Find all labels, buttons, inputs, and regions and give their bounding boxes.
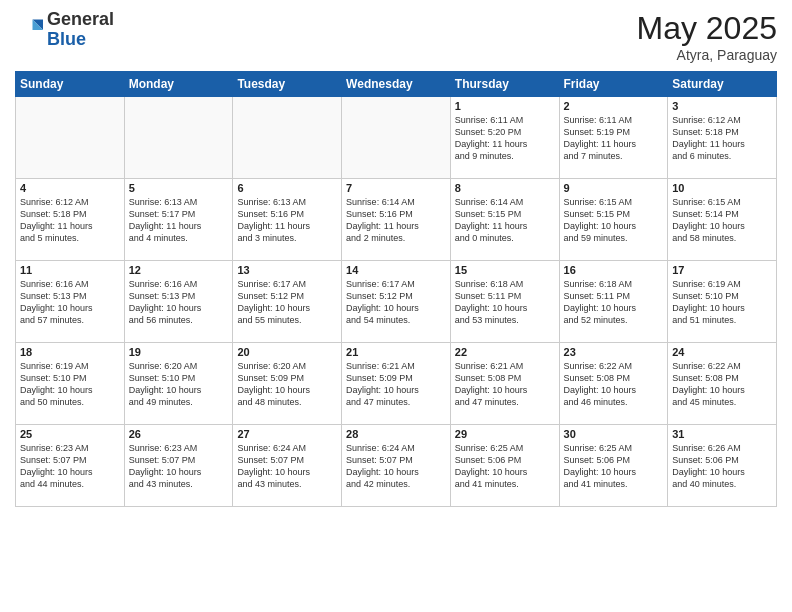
cell-info: Sunrise: 6:21 AM Sunset: 5:09 PM Dayligh…: [346, 360, 446, 409]
table-row: 26Sunrise: 6:23 AM Sunset: 5:07 PM Dayli…: [124, 425, 233, 507]
cell-info: Sunrise: 6:19 AM Sunset: 5:10 PM Dayligh…: [672, 278, 772, 327]
table-row: 20Sunrise: 6:20 AM Sunset: 5:09 PM Dayli…: [233, 343, 342, 425]
calendar-week-2: 4Sunrise: 6:12 AM Sunset: 5:18 PM Daylig…: [16, 179, 777, 261]
table-row: 17Sunrise: 6:19 AM Sunset: 5:10 PM Dayli…: [668, 261, 777, 343]
header: General Blue May 2025 Atyra, Paraguay: [15, 10, 777, 63]
cell-info: Sunrise: 6:13 AM Sunset: 5:16 PM Dayligh…: [237, 196, 337, 245]
day-number: 7: [346, 182, 446, 194]
location: Atyra, Paraguay: [636, 47, 777, 63]
month-title: May 2025: [636, 10, 777, 47]
table-row: [124, 97, 233, 179]
table-row: 2Sunrise: 6:11 AM Sunset: 5:19 PM Daylig…: [559, 97, 668, 179]
day-number: 27: [237, 428, 337, 440]
cell-info: Sunrise: 6:14 AM Sunset: 5:16 PM Dayligh…: [346, 196, 446, 245]
table-row: 16Sunrise: 6:18 AM Sunset: 5:11 PM Dayli…: [559, 261, 668, 343]
title-block: May 2025 Atyra, Paraguay: [636, 10, 777, 63]
day-number: 2: [564, 100, 664, 112]
cell-info: Sunrise: 6:22 AM Sunset: 5:08 PM Dayligh…: [672, 360, 772, 409]
cell-info: Sunrise: 6:26 AM Sunset: 5:06 PM Dayligh…: [672, 442, 772, 491]
cell-info: Sunrise: 6:20 AM Sunset: 5:09 PM Dayligh…: [237, 360, 337, 409]
day-number: 1: [455, 100, 555, 112]
cell-info: Sunrise: 6:22 AM Sunset: 5:08 PM Dayligh…: [564, 360, 664, 409]
day-number: 21: [346, 346, 446, 358]
table-row: 3Sunrise: 6:12 AM Sunset: 5:18 PM Daylig…: [668, 97, 777, 179]
day-number: 20: [237, 346, 337, 358]
col-sunday: Sunday: [16, 72, 125, 97]
cell-info: Sunrise: 6:11 AM Sunset: 5:20 PM Dayligh…: [455, 114, 555, 163]
day-number: 4: [20, 182, 120, 194]
day-number: 12: [129, 264, 229, 276]
cell-info: Sunrise: 6:23 AM Sunset: 5:07 PM Dayligh…: [129, 442, 229, 491]
cell-info: Sunrise: 6:21 AM Sunset: 5:08 PM Dayligh…: [455, 360, 555, 409]
cell-info: Sunrise: 6:12 AM Sunset: 5:18 PM Dayligh…: [20, 196, 120, 245]
cell-info: Sunrise: 6:16 AM Sunset: 5:13 PM Dayligh…: [20, 278, 120, 327]
calendar-header-row: Sunday Monday Tuesday Wednesday Thursday…: [16, 72, 777, 97]
day-number: 13: [237, 264, 337, 276]
day-number: 16: [564, 264, 664, 276]
day-number: 30: [564, 428, 664, 440]
col-monday: Monday: [124, 72, 233, 97]
table-row: 11Sunrise: 6:16 AM Sunset: 5:13 PM Dayli…: [16, 261, 125, 343]
col-saturday: Saturday: [668, 72, 777, 97]
calendar: Sunday Monday Tuesday Wednesday Thursday…: [15, 71, 777, 507]
table-row: 27Sunrise: 6:24 AM Sunset: 5:07 PM Dayli…: [233, 425, 342, 507]
cell-info: Sunrise: 6:24 AM Sunset: 5:07 PM Dayligh…: [346, 442, 446, 491]
logo-icon: [15, 16, 43, 44]
cell-info: Sunrise: 6:24 AM Sunset: 5:07 PM Dayligh…: [237, 442, 337, 491]
day-number: 25: [20, 428, 120, 440]
day-number: 23: [564, 346, 664, 358]
day-number: 31: [672, 428, 772, 440]
cell-info: Sunrise: 6:25 AM Sunset: 5:06 PM Dayligh…: [564, 442, 664, 491]
table-row: 14Sunrise: 6:17 AM Sunset: 5:12 PM Dayli…: [342, 261, 451, 343]
day-number: 22: [455, 346, 555, 358]
logo-text: General Blue: [47, 10, 114, 50]
day-number: 29: [455, 428, 555, 440]
day-number: 10: [672, 182, 772, 194]
day-number: 14: [346, 264, 446, 276]
table-row: 6Sunrise: 6:13 AM Sunset: 5:16 PM Daylig…: [233, 179, 342, 261]
col-wednesday: Wednesday: [342, 72, 451, 97]
cell-info: Sunrise: 6:13 AM Sunset: 5:17 PM Dayligh…: [129, 196, 229, 245]
day-number: 5: [129, 182, 229, 194]
logo-general: General: [47, 9, 114, 29]
table-row: 5Sunrise: 6:13 AM Sunset: 5:17 PM Daylig…: [124, 179, 233, 261]
day-number: 11: [20, 264, 120, 276]
calendar-week-5: 25Sunrise: 6:23 AM Sunset: 5:07 PM Dayli…: [16, 425, 777, 507]
logo-blue: Blue: [47, 29, 86, 49]
table-row: 31Sunrise: 6:26 AM Sunset: 5:06 PM Dayli…: [668, 425, 777, 507]
table-row: 10Sunrise: 6:15 AM Sunset: 5:14 PM Dayli…: [668, 179, 777, 261]
table-row: 30Sunrise: 6:25 AM Sunset: 5:06 PM Dayli…: [559, 425, 668, 507]
table-row: 13Sunrise: 6:17 AM Sunset: 5:12 PM Dayli…: [233, 261, 342, 343]
cell-info: Sunrise: 6:17 AM Sunset: 5:12 PM Dayligh…: [237, 278, 337, 327]
cell-info: Sunrise: 6:11 AM Sunset: 5:19 PM Dayligh…: [564, 114, 664, 163]
col-tuesday: Tuesday: [233, 72, 342, 97]
table-row: 1Sunrise: 6:11 AM Sunset: 5:20 PM Daylig…: [450, 97, 559, 179]
day-number: 19: [129, 346, 229, 358]
table-row: [16, 97, 125, 179]
cell-info: Sunrise: 6:17 AM Sunset: 5:12 PM Dayligh…: [346, 278, 446, 327]
table-row: 4Sunrise: 6:12 AM Sunset: 5:18 PM Daylig…: [16, 179, 125, 261]
cell-info: Sunrise: 6:15 AM Sunset: 5:15 PM Dayligh…: [564, 196, 664, 245]
table-row: 19Sunrise: 6:20 AM Sunset: 5:10 PM Dayli…: [124, 343, 233, 425]
logo: General Blue: [15, 10, 114, 50]
cell-info: Sunrise: 6:23 AM Sunset: 5:07 PM Dayligh…: [20, 442, 120, 491]
table-row: 18Sunrise: 6:19 AM Sunset: 5:10 PM Dayli…: [16, 343, 125, 425]
table-row: 22Sunrise: 6:21 AM Sunset: 5:08 PM Dayli…: [450, 343, 559, 425]
calendar-week-3: 11Sunrise: 6:16 AM Sunset: 5:13 PM Dayli…: [16, 261, 777, 343]
cell-info: Sunrise: 6:18 AM Sunset: 5:11 PM Dayligh…: [455, 278, 555, 327]
day-number: 9: [564, 182, 664, 194]
cell-info: Sunrise: 6:14 AM Sunset: 5:15 PM Dayligh…: [455, 196, 555, 245]
cell-info: Sunrise: 6:20 AM Sunset: 5:10 PM Dayligh…: [129, 360, 229, 409]
table-row: 8Sunrise: 6:14 AM Sunset: 5:15 PM Daylig…: [450, 179, 559, 261]
col-friday: Friday: [559, 72, 668, 97]
cell-info: Sunrise: 6:19 AM Sunset: 5:10 PM Dayligh…: [20, 360, 120, 409]
table-row: 29Sunrise: 6:25 AM Sunset: 5:06 PM Dayli…: [450, 425, 559, 507]
cell-info: Sunrise: 6:16 AM Sunset: 5:13 PM Dayligh…: [129, 278, 229, 327]
table-row: 7Sunrise: 6:14 AM Sunset: 5:16 PM Daylig…: [342, 179, 451, 261]
day-number: 3: [672, 100, 772, 112]
table-row: [233, 97, 342, 179]
day-number: 6: [237, 182, 337, 194]
col-thursday: Thursday: [450, 72, 559, 97]
calendar-week-4: 18Sunrise: 6:19 AM Sunset: 5:10 PM Dayli…: [16, 343, 777, 425]
day-number: 24: [672, 346, 772, 358]
